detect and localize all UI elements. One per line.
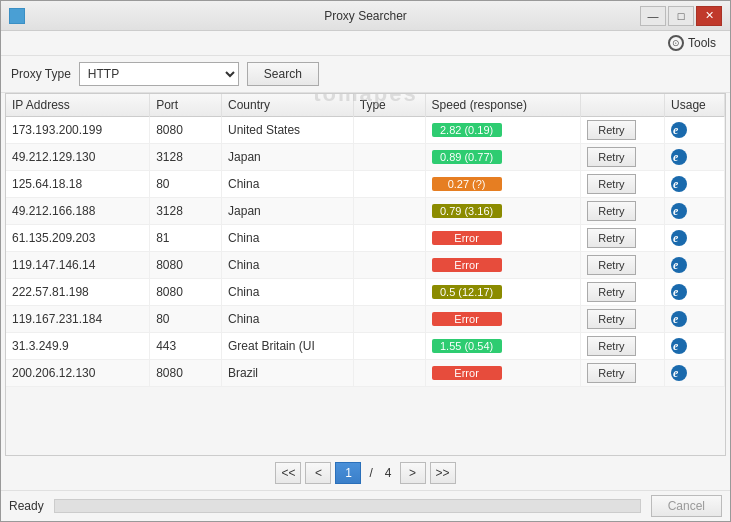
main-window: Proxy Searcher — □ ✕ ⊙ Tools Proxy Type … [0,0,731,522]
maximize-button[interactable]: □ [668,6,694,26]
ie-icon[interactable] [671,311,687,327]
cell-ip: 119.167.231.184 [6,306,150,333]
retry-button[interactable]: Retry [587,282,635,302]
cell-port: 80 [150,171,222,198]
search-bar: Proxy Type HTTP Search [1,56,730,93]
cell-ip: 49.212.129.130 [6,144,150,171]
retry-button[interactable]: Retry [587,255,635,275]
retry-button[interactable]: Retry [587,309,635,329]
cell-usage [665,306,725,333]
cell-usage [665,279,725,306]
cell-usage [665,252,725,279]
cell-country: China [222,171,354,198]
retry-button[interactable]: Retry [587,120,635,140]
cell-usage [665,333,725,360]
cell-speed: Error [425,360,581,387]
ie-icon[interactable] [671,176,687,192]
cell-country: Japan [222,144,354,171]
cell-retry: Retry [581,279,665,306]
cell-country: China [222,279,354,306]
last-page-button[interactable]: >> [430,462,456,484]
cell-type [353,117,425,144]
proxy-table: IP Address Port Country Type Speed (resp… [6,94,725,387]
cell-country: United States [222,117,354,144]
ie-icon[interactable] [671,257,687,273]
ie-icon[interactable] [671,365,687,381]
ie-icon[interactable] [671,284,687,300]
status-text: Ready [9,499,44,513]
proxy-type-label: Proxy Type [11,67,71,81]
ie-icon[interactable] [671,149,687,165]
header-speed: Speed (response) [425,94,581,117]
cell-speed: Error [425,225,581,252]
proxy-type-select[interactable]: HTTP [79,62,239,86]
header-port: Port [150,94,222,117]
table-row: 49.212.129.130 3128 Japan 0.89 (0.77) Re… [6,144,725,171]
cell-port: 3128 [150,144,222,171]
pagination: << < 1 / 4 > >> [1,456,730,490]
proxy-table-container: tomapes IP Address Port Country Type Spe… [5,93,726,456]
cell-speed: Error [425,252,581,279]
retry-button[interactable]: Retry [587,336,635,356]
retry-button[interactable]: Retry [587,363,635,383]
cell-ip: 49.212.166.188 [6,198,150,225]
first-page-button[interactable]: << [275,462,301,484]
table-scroll[interactable]: IP Address Port Country Type Speed (resp… [6,94,725,455]
prev-page-button[interactable]: < [305,462,331,484]
app-icon [9,8,25,24]
total-pages: 4 [381,466,396,480]
speed-badge: 0.5 (12.17) [432,285,502,299]
cell-retry: Retry [581,144,665,171]
cell-retry: Retry [581,252,665,279]
cell-country: China [222,225,354,252]
close-button[interactable]: ✕ [696,6,722,26]
header-retry [581,94,665,117]
ie-icon[interactable] [671,230,687,246]
retry-button[interactable]: Retry [587,228,635,248]
window-title: Proxy Searcher [324,9,407,23]
cell-type [353,171,425,198]
ie-icon[interactable] [671,338,687,354]
status-bar: Ready Cancel [1,490,730,521]
cell-speed: 0.79 (3.16) [425,198,581,225]
search-button[interactable]: Search [247,62,319,86]
cell-country: China [222,252,354,279]
minimize-button[interactable]: — [640,6,666,26]
speed-badge: Error [432,231,502,245]
cell-speed: 0.89 (0.77) [425,144,581,171]
current-page-button[interactable]: 1 [335,462,361,484]
cell-ip: 31.3.249.9 [6,333,150,360]
retry-button[interactable]: Retry [587,147,635,167]
table-row: 61.135.209.203 81 China Error Retry [6,225,725,252]
cell-type [353,279,425,306]
ie-icon[interactable] [671,122,687,138]
cell-port: 8080 [150,360,222,387]
cell-retry: Retry [581,198,665,225]
cell-type [353,333,425,360]
cell-port: 8080 [150,279,222,306]
table-row: 119.147.146.14 8080 China Error Retry [6,252,725,279]
cell-port: 443 [150,333,222,360]
header-type: Type [353,94,425,117]
cell-retry: Retry [581,306,665,333]
cell-ip: 119.147.146.14 [6,252,150,279]
cell-port: 8080 [150,252,222,279]
table-row: 119.167.231.184 80 China Error Retry [6,306,725,333]
cell-type [353,225,425,252]
tools-menu[interactable]: ⊙ Tools [662,33,722,53]
cell-ip: 173.193.200.199 [6,117,150,144]
cell-speed: Error [425,306,581,333]
retry-button[interactable]: Retry [587,174,635,194]
page-separator: / [365,466,376,480]
window-controls: — □ ✕ [640,6,722,26]
speed-badge: 0.79 (3.16) [432,204,502,218]
progress-bar [54,499,641,513]
cell-speed: 0.27 (?) [425,171,581,198]
ie-icon[interactable] [671,203,687,219]
retry-button[interactable]: Retry [587,201,635,221]
menu-bar: ⊙ Tools [1,31,730,56]
next-page-button[interactable]: > [400,462,426,484]
cancel-button[interactable]: Cancel [651,495,722,517]
cell-retry: Retry [581,171,665,198]
cell-country: Japan [222,198,354,225]
